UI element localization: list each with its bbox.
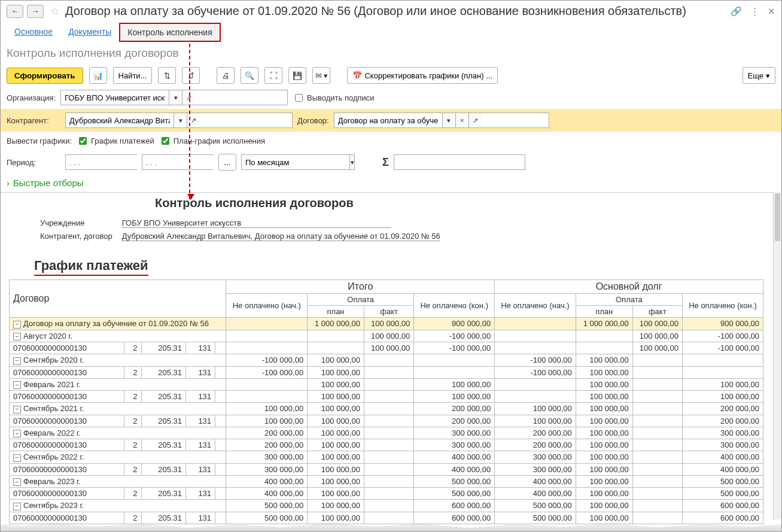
open-icon[interactable]: ↗ (468, 113, 482, 127)
report-area: Контроль исполнения договоров Учреждение… (1, 192, 778, 525)
vertical-scrollbar[interactable] (773, 192, 781, 519)
contract-label: Договор: (297, 116, 329, 125)
col-fact-p: факт (632, 306, 682, 318)
table-row[interactable]: −Сентябрь 2023 г.500 000,00100 000,00600… (10, 500, 763, 512)
table-row[interactable]: −Февраль 2023 г.400 000,00100 000,00500 … (10, 475, 763, 488)
table-row[interactable]: 070600000000001302205.31131200 000,00100… (10, 439, 763, 451)
col-plan-p: план (576, 306, 632, 318)
col-plan: план (308, 306, 364, 318)
graph-payments-checkbox[interactable] (79, 137, 87, 145)
link-icon[interactable]: 🔗 (731, 6, 742, 17)
collapse-icon[interactable]: − (13, 321, 21, 329)
quick-filters-label: Быстрые отборы (13, 178, 84, 188)
collapse-icon[interactable]: − (13, 333, 21, 341)
graphs-filter-row: Вывести графики: График платежей План-гр… (1, 132, 781, 150)
adjust-schedule-button[interactable]: 📅 Скорректировать графики (план) ... (347, 67, 498, 84)
signatures-checkbox[interactable] (295, 94, 303, 102)
page-subtitle: Контроль исполнения договоров (1, 42, 781, 65)
dropdown-icon[interactable]: ▾ (174, 113, 187, 127)
settings-icon[interactable]: 📊 (89, 67, 107, 84)
toolbar: Сформировать 📊 Найти... ⇅ ⇵ 🖨 🔍 ⛶ 💾 ✉ ▾ … (1, 65, 781, 86)
collapse-icon[interactable]: − (13, 454, 21, 462)
signatures-label: Выводить подписи (307, 93, 375, 102)
col-payment: Оплата (308, 294, 414, 306)
table-row[interactable]: 070600000000001302205.31131-100 000,0010… (10, 366, 763, 378)
col-unpaid-end: Не оплачено (кон.) (414, 294, 495, 318)
collapse-icon[interactable]: − (13, 478, 21, 486)
col-total: Итого (226, 280, 495, 294)
table-row[interactable]: 070600000000001302205.31131400 000,00100… (10, 488, 763, 500)
col-unpaid-start-p: Не оплачено (нач.) (495, 294, 576, 318)
save-icon[interactable]: 💾 (288, 67, 306, 84)
graphs-label: Вывести графики: (7, 136, 72, 145)
org-input[interactable] (61, 90, 169, 105)
org-label: Организация: (7, 93, 56, 102)
adjust-label: Скорректировать графики (план) ... (364, 71, 492, 80)
tab-main[interactable]: Основное (7, 23, 60, 42)
collapse-icon[interactable]: − (13, 381, 21, 389)
collapse-icon[interactable]: − (13, 430, 21, 437)
period-label: Период: (7, 158, 60, 167)
favorite-icon[interactable]: ☆ (50, 5, 59, 18)
inst-label: Учреждение (40, 217, 121, 229)
period-ellipsis-button[interactable]: ... (218, 154, 236, 171)
col-unpaid-start: Не оплачено (нач.) (226, 294, 308, 318)
table-row[interactable]: −Сентябрь 2021 г.100 000,00100 000,00200… (10, 403, 763, 415)
print-icon[interactable]: 🖨 (217, 67, 235, 84)
titlebar: ← → ☆ Договор на оплату за обучение от 0… (1, 1, 781, 20)
dropdown-icon[interactable]: ▾ (442, 113, 455, 127)
counterparty-label: Контрагент: (7, 116, 60, 125)
find-button[interactable]: Найти... (113, 67, 153, 84)
col-unpaid-end-p: Не оплачено (кон.) (682, 294, 763, 318)
collapse-icon[interactable]: − (13, 503, 21, 510)
tab-documents[interactable]: Документы (60, 23, 119, 42)
dropdown-icon[interactable]: ▾ (349, 155, 354, 169)
table-row[interactable]: −Февраль 2021 г.100 000,00100 000,00100 … (10, 378, 763, 391)
callout-arrow (189, 44, 190, 199)
contract-input[interactable] (334, 113, 442, 127)
counterparty-filter-row: Контрагент: ▾ ↗ Договор: ▾ × ↗ (1, 109, 781, 132)
sigma-icon: Σ (382, 156, 389, 169)
graph-plan-checkbox[interactable] (162, 137, 169, 145)
report-meta: Учреждение ГОБУ ВПО Университет искусств… (39, 216, 450, 244)
table-row[interactable]: −Сентябрь 2022 г.300 000,00100 000,00400… (10, 451, 763, 464)
table-row[interactable]: −Февраль 2022 г.200 000,00100 000,00300 … (10, 427, 763, 439)
table-row[interactable]: 070600000000001302205.31131500 000,00100… (10, 512, 763, 524)
close-icon[interactable]: ✕ (768, 6, 775, 17)
table-row[interactable]: 070600000000001302205.31131100 000,00100… (10, 391, 763, 403)
table-row[interactable]: −Август 2020 г.100 000,00-100 000,00100 … (10, 330, 763, 342)
window-title: Договор на оплату за обучение от 01.09.2… (65, 4, 727, 18)
more-button[interactable]: Еще ▾ (743, 67, 775, 84)
more-label: Еще (748, 71, 763, 80)
form-button[interactable]: Сформировать (7, 68, 83, 84)
fit-icon[interactable]: ⛶ (264, 67, 282, 84)
forward-button[interactable]: → (27, 5, 44, 18)
period-filter-row: Период: 📅 📅 ... ▾ Σ (1, 150, 781, 174)
dropdown-icon[interactable]: ▾ (169, 90, 182, 105)
col-payment-p: Оплата (576, 294, 682, 306)
section-title: График платежей (34, 258, 148, 276)
calendar-icon: 📅 (352, 71, 362, 80)
clear-icon[interactable]: × (455, 113, 468, 127)
collapse-icon[interactable]: − (13, 357, 21, 365)
chevron-right-icon: › (7, 178, 10, 188)
expand-all-icon[interactable]: ⇅ (158, 67, 176, 84)
table-row[interactable]: −Сентябрь 2020 г.-100 000,00100 000,00-1… (10, 354, 763, 367)
table-row[interactable]: 070600000000001302205.31131300 000,00100… (10, 463, 763, 475)
back-button[interactable]: ← (7, 5, 23, 18)
grouping-input[interactable] (242, 155, 349, 169)
collapse-icon[interactable]: − (13, 406, 21, 414)
tab-control[interactable]: Контроль исполнения (119, 23, 220, 42)
quick-filters-toggle[interactable]: › Быстрые отборы (1, 174, 781, 191)
counterparty-input[interactable] (66, 113, 174, 127)
table-row[interactable]: −Договор на оплату за обучение от 01.09.… (10, 318, 763, 330)
preview-icon[interactable]: 🔍 (241, 67, 258, 84)
kebab-icon[interactable]: ⋮ (750, 6, 759, 17)
table-row[interactable]: 070600000000001302205.31131100 000,00100… (10, 415, 763, 427)
collapse-all-icon[interactable]: ⇵ (182, 67, 200, 84)
org-filter-row: Организация: ▾ ↗ Выводить подписи (1, 86, 781, 109)
sigma-input[interactable] (394, 155, 502, 169)
cp-label: Контрагент, договор (40, 230, 121, 242)
email-icon[interactable]: ✉ ▾ (312, 67, 330, 84)
table-row[interactable]: 070600000000001302205.31131100 000,00-10… (10, 342, 763, 354)
